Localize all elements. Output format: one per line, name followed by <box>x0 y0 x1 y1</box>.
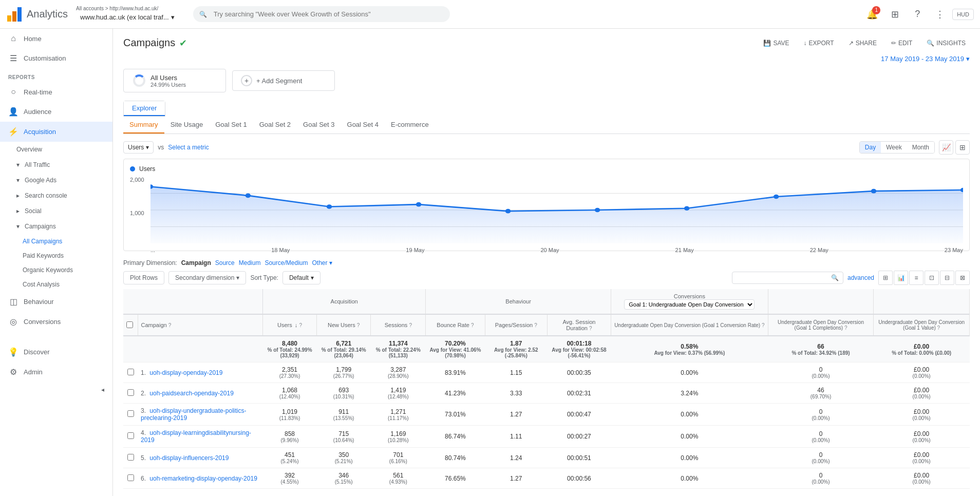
campaign-link-0[interactable]: uoh-display-openday-2019 <box>149 369 222 376</box>
conv-rate-col-header[interactable]: Undergraduate Open Day Conversion (Goal … <box>611 314 768 336</box>
pages-session-col-header[interactable]: Pages/Session ? <box>485 314 548 336</box>
line-chart-button[interactable]: 📈 <box>939 140 953 155</box>
table-search-icon[interactable]: 🔍 <box>831 274 839 281</box>
sidebar-item-organic-keywords[interactable]: Organic Keywords <box>0 263 112 277</box>
list-view-button[interactable]: ≡ <box>909 271 924 285</box>
funnel-view-button[interactable]: ⊠ <box>955 271 970 285</box>
campaign-link-1[interactable]: uoh-paidsearch-openday-2019 <box>149 390 233 397</box>
campaign-link-4[interactable]: uoh-display-influencers-2019 <box>149 454 229 462</box>
more-options-button[interactable]: ⋮ <box>930 4 950 25</box>
logo-text: Analytics <box>27 8 68 20</box>
tab-summary[interactable]: Summary <box>123 117 164 133</box>
sidebar-item-realtime[interactable]: ○ Real-time <box>0 82 112 102</box>
totals-avg-session: 00:01:18 <box>567 340 591 347</box>
campaign-link-5[interactable]: uoh-remarketing-display-openday-2019 <box>149 475 257 482</box>
dim-source-medium-link[interactable]: Source/Medium <box>265 259 308 266</box>
sidebar-item-conversions[interactable]: ◎ Conversions <box>0 312 112 332</box>
all-users-segment[interactable]: All Users 24.99% Users <box>123 69 226 92</box>
sidebar-item-all-campaigns[interactable]: All Campaigns <box>0 234 112 249</box>
tab-site-usage[interactable]: Site Usage <box>164 117 210 133</box>
bar-chart-button[interactable]: ⊞ <box>955 140 970 155</box>
advanced-link[interactable]: advanced <box>847 274 874 281</box>
property-dropdown-icon: ▾ <box>171 13 175 21</box>
tab-ecommerce[interactable]: E-commerce <box>385 117 435 133</box>
table-search: 🔍 <box>732 272 843 284</box>
property-selector[interactable]: www.hud.ac.uk (ex local traf... ▾ <box>76 11 179 23</box>
row-checkbox-1[interactable] <box>127 389 134 396</box>
dim-other-link[interactable]: Other ▾ <box>312 259 332 266</box>
metric-select[interactable]: Users ▾ <box>123 141 154 154</box>
chart-view-button[interactable]: 📊 <box>894 271 908 285</box>
month-button[interactable]: Month <box>907 142 934 153</box>
tab-goal-set-4[interactable]: Goal Set 4 <box>341 117 385 133</box>
add-segment-button[interactable]: + + Add Segment <box>232 70 335 91</box>
row-avg-session-3: 00:00:27 <box>548 426 611 448</box>
sidebar-item-customisation[interactable]: ☰ Customisation <box>0 48 112 68</box>
secondary-dimension-select[interactable]: Secondary dimension ▾ <box>168 271 246 284</box>
row-checkbox-3[interactable] <box>127 432 134 439</box>
row-checkbox-2[interactable] <box>127 410 134 417</box>
plot-rows-button[interactable]: Plot Rows <box>123 271 164 284</box>
dim-source-link[interactable]: Source <box>215 259 235 266</box>
sessions-col-header[interactable]: Sessions ? <box>371 314 426 336</box>
row-checkbox-cell-3 <box>123 426 138 448</box>
sidebar-item-cost-analysis[interactable]: Cost Analysis <box>0 277 112 292</box>
grid-view-button[interactable]: ⊞ <box>878 271 893 285</box>
sidebar-item-overview[interactable]: Overview <box>0 142 112 157</box>
users-col-header[interactable]: Users ↓ ? <box>262 314 316 336</box>
tab-goal-set-2[interactable]: Goal Set 2 <box>253 117 297 133</box>
sidebar-item-google-ads[interactable]: ▾ Google Ads <box>0 173 112 188</box>
dim-medium-link[interactable]: Medium <box>239 259 261 266</box>
save-button[interactable]: 💾 SAVE <box>759 37 793 49</box>
pivot-view-button[interactable]: ⊡ <box>925 271 939 285</box>
sidebar-item-paid-keywords[interactable]: Paid Keywords <box>0 249 112 263</box>
sidebar-item-behaviour[interactable]: ◫ Behaviour <box>0 292 112 312</box>
week-button[interactable]: Week <box>881 142 907 153</box>
search-input[interactable] <box>193 6 450 22</box>
edit-button[interactable]: ✏ EDIT <box>887 37 916 49</box>
new-users-col-header[interactable]: New Users ? <box>317 314 371 336</box>
row-checkbox-0[interactable] <box>127 369 134 375</box>
sidebar-item-social[interactable]: ▸ Social <box>0 203 112 219</box>
tab-goal-set-3[interactable]: Goal Set 3 <box>297 117 341 133</box>
select-all-checkbox[interactable] <box>126 321 133 328</box>
date-range[interactable]: 17 May 2019 - 23 May 2019 ▾ <box>123 55 970 63</box>
collapse-sidebar-button[interactable]: ◂ <box>0 382 112 397</box>
table-search-input[interactable] <box>737 274 829 281</box>
campaign-link-2[interactable]: uoh-display-undergraduate-politics-precl… <box>141 407 246 422</box>
avg-session-col-header[interactable]: Avg. Session Duration ? <box>548 314 611 336</box>
sidebar-item-all-traffic[interactable]: ▾ All Traffic <box>0 157 112 173</box>
tab-goal-set-1[interactable]: Goal Set 1 <box>209 117 253 133</box>
account-avatar[interactable]: HUD <box>952 9 974 20</box>
row-checkbox-4[interactable] <box>127 454 134 461</box>
dim-campaign-link[interactable]: Campaign <box>181 259 211 266</box>
campaign-col-header[interactable]: Campaign ? <box>138 314 262 336</box>
share-button[interactable]: ↗ SHARE <box>844 37 881 49</box>
conversion-goal-select[interactable]: Goal 1: Undergraduate Open Day Conversio… <box>624 299 755 310</box>
select-metric-link[interactable]: Select a metric <box>168 144 209 151</box>
insights-button[interactable]: 🔍 INSIGHTS <box>922 37 970 49</box>
row-checkbox-5[interactable] <box>127 474 134 481</box>
explorer-tab[interactable]: Explorer <box>124 101 165 116</box>
sidebar-item-campaigns[interactable]: ▾ Campaigns <box>0 219 112 234</box>
export-icon: ↓ <box>804 40 807 47</box>
sort-type-select[interactable]: Default ▾ <box>282 271 321 284</box>
sidebar-item-home[interactable]: ⌂ Home <box>0 29 112 48</box>
sidebar-search-console-label: Search console <box>25 192 67 199</box>
completions-col-header[interactable]: Undergraduate Open Day Conversion (Goal … <box>768 314 873 336</box>
sidebar-item-admin[interactable]: ⚙ Admin <box>0 362 112 382</box>
sidebar-item-search-console[interactable]: ▸ Search console <box>0 188 112 203</box>
compare-view-button[interactable]: ⊟ <box>940 271 954 285</box>
sidebar-item-audience[interactable]: 👤 Audience <box>0 102 112 122</box>
row-pages-5: 1.27 <box>485 468 548 489</box>
notifications-button[interactable]: 🔔 1 <box>862 4 882 25</box>
apps-button[interactable]: ⊞ <box>884 4 905 25</box>
sidebar-item-acquisition[interactable]: ⚡ Acquisition <box>0 122 112 142</box>
help-button[interactable]: ? <box>907 4 928 25</box>
value-col-header[interactable]: Undergraduate Open Day Conversion (Goal … <box>874 314 970 336</box>
sidebar-item-discover[interactable]: 💡 Discover <box>0 342 112 362</box>
campaign-link-3[interactable]: uoh-display-learningdisabilitynursing-20… <box>141 429 251 444</box>
bounce-rate-col-header[interactable]: Bounce Rate ? <box>426 314 485 336</box>
day-button[interactable]: Day <box>860 142 881 153</box>
export-button[interactable]: ↓ EXPORT <box>800 37 838 49</box>
